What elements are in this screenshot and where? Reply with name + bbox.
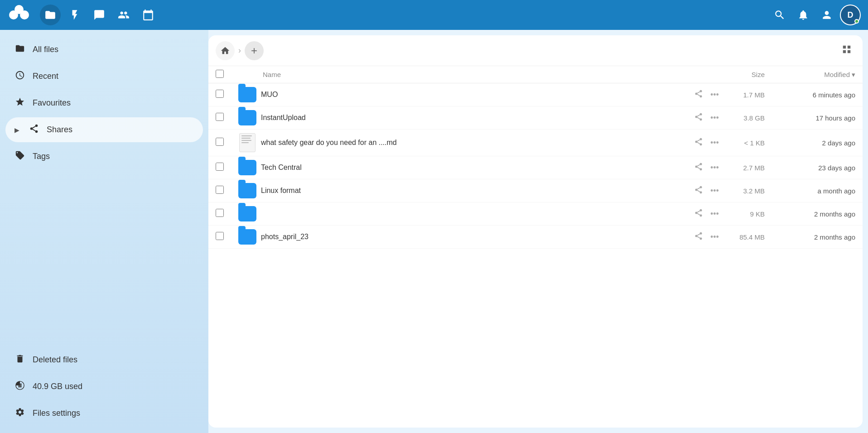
sidebar-item-tags[interactable]: Tags [5, 144, 203, 169]
breadcrumb-separator: › [238, 46, 241, 55]
svg-point-24 [695, 165, 698, 168]
nextcloud-logo[interactable] [7, 3, 31, 27]
nav-files-icon[interactable] [40, 5, 61, 25]
share-button[interactable] [692, 207, 705, 221]
header-modified: Modified ▾ [765, 71, 855, 79]
shares-arrow-icon: ▶ [14, 126, 19, 134]
document-icon [239, 133, 256, 152]
more-actions-button[interactable]: ••• [709, 136, 721, 149]
table-row[interactable]: Tech Central ••• 2.7 MB 23 days ago [208, 156, 863, 179]
files-settings-icon [14, 407, 25, 419]
favourites-icon [14, 97, 25, 109]
nav-talk-icon[interactable] [89, 5, 110, 25]
row-icon [234, 110, 261, 125]
svg-point-19 [695, 140, 698, 143]
row-size: 2.7 MB [728, 164, 765, 172]
share-button[interactable] [692, 230, 705, 245]
share-button[interactable] [692, 160, 705, 175]
row-modified: 2 months ago [765, 233, 855, 241]
row-modified: 17 hours ago [765, 114, 855, 122]
more-actions-button[interactable]: ••• [709, 88, 721, 101]
svg-point-5 [35, 130, 38, 133]
svg-point-30 [700, 191, 702, 193]
storage-icon [14, 380, 25, 393]
row-checkbox[interactable] [216, 186, 234, 196]
svg-point-10 [700, 95, 702, 97]
nav-calendar-icon[interactable] [138, 5, 159, 25]
nav-contacts-icon[interactable] [113, 5, 134, 25]
sidebar-item-favourites[interactable]: Favourites [5, 91, 203, 115]
nav-activity-icon[interactable] [64, 5, 85, 25]
svg-line-7 [33, 126, 35, 128]
svg-point-18 [700, 138, 702, 140]
header-size: Size [728, 71, 765, 78]
header-name: Name [261, 71, 692, 78]
files-settings-label: Files settings [33, 409, 80, 418]
svg-line-16 [697, 117, 700, 119]
sidebar-item-shares[interactable]: ▶ Shares [5, 117, 203, 142]
svg-point-34 [695, 212, 698, 214]
avatar[interactable]: D [840, 5, 861, 25]
row-checkbox[interactable] [216, 209, 234, 219]
home-button[interactable] [216, 41, 235, 60]
row-checkbox[interactable] [216, 163, 234, 173]
folder-icon [238, 229, 256, 245]
table-row[interactable]: ••• 9 KB 2 months ago [208, 202, 863, 226]
svg-point-2 [14, 5, 24, 14]
svg-line-22 [697, 140, 700, 141]
more-actions-button[interactable]: ••• [709, 111, 721, 125]
svg-line-12 [697, 91, 700, 93]
folder-icon [238, 160, 256, 175]
row-actions: ••• [692, 160, 728, 175]
table-row[interactable]: MUO ••• 1.7 MB 6 minutes ago [208, 83, 863, 106]
row-size: < 1 KB [728, 139, 765, 147]
select-all-checkbox[interactable] [216, 70, 224, 78]
svg-point-13 [700, 113, 702, 115]
row-name: MUO [261, 91, 692, 99]
row-icon [234, 206, 261, 221]
svg-line-31 [697, 190, 700, 192]
all-files-label: All files [33, 45, 58, 54]
row-modified: 2 days ago [765, 139, 855, 147]
sidebar-item-recent[interactable]: Recent [5, 64, 203, 89]
sidebar-bottom: Deleted files 40.9 GB used Files setting… [5, 347, 203, 426]
row-checkbox[interactable] [216, 113, 234, 123]
folder-icon [238, 183, 256, 198]
row-icon [234, 160, 261, 175]
share-button[interactable] [692, 87, 705, 102]
more-actions-button[interactable]: ••• [709, 231, 721, 244]
sidebar: All files Recent Favourites ▶ Shares [0, 30, 208, 433]
row-checkbox[interactable] [216, 138, 234, 148]
share-button[interactable] [692, 111, 705, 125]
svg-line-17 [697, 115, 700, 116]
recent-label: Recent [33, 72, 58, 81]
more-actions-button[interactable]: ••• [709, 184, 721, 197]
table-row[interactable]: InstantUpload ••• 3.8 GB 17 hours ago [208, 106, 863, 130]
svg-point-9 [695, 92, 698, 95]
sidebar-item-files-settings[interactable]: Files settings [5, 401, 203, 426]
svg-point-39 [695, 235, 698, 237]
search-icon[interactable] [769, 5, 790, 25]
add-button[interactable]: + [245, 41, 264, 60]
more-actions-button[interactable]: ••• [709, 161, 721, 174]
sidebar-item-deleted-files[interactable]: Deleted files [5, 347, 203, 372]
file-list-header: Name Size Modified ▾ [208, 66, 863, 83]
view-toggle-button[interactable] [838, 41, 855, 60]
sidebar-item-storage[interactable]: 40.9 GB used [5, 374, 203, 399]
row-checkbox[interactable] [216, 232, 234, 242]
user-menu-icon[interactable] [816, 5, 837, 25]
more-actions-button[interactable]: ••• [709, 207, 721, 221]
all-files-icon [14, 43, 25, 56]
share-button[interactable] [692, 183, 705, 198]
table-row[interactable]: phots_april_23 ••• 85.4 MB 2 months ago [208, 226, 863, 249]
table-row[interactable]: Linux format ••• 3.2 MB a month ago [208, 179, 863, 202]
row-checkbox[interactable] [216, 90, 234, 100]
svg-point-15 [700, 118, 702, 120]
sidebar-item-all-files[interactable]: All files [5, 37, 203, 62]
share-button[interactable] [692, 135, 705, 150]
svg-point-28 [700, 186, 702, 188]
row-size: 9 KB [728, 210, 765, 218]
table-row[interactable]: what safety gear do you need for an ....… [208, 130, 863, 156]
notifications-icon[interactable] [793, 5, 814, 25]
svg-point-23 [700, 163, 702, 165]
